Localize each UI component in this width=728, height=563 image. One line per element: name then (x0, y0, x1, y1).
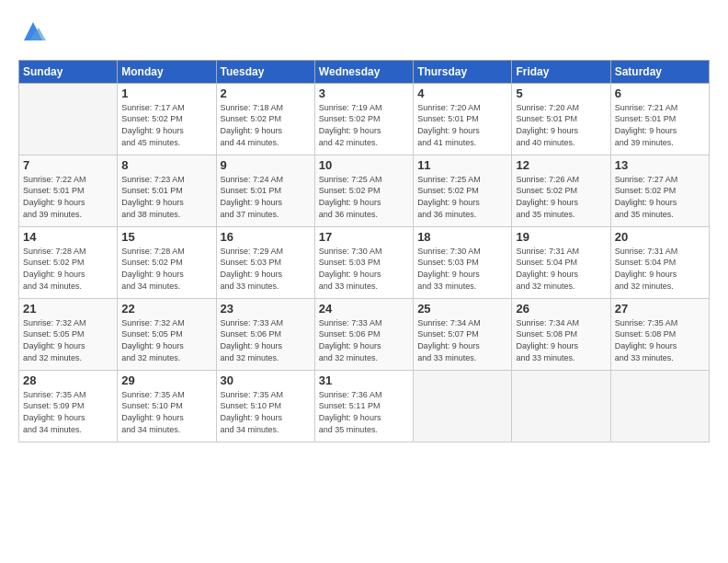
calendar-week-row: 21Sunrise: 7:32 AM Sunset: 5:05 PM Dayli… (19, 298, 710, 370)
calendar-cell: 14Sunrise: 7:28 AM Sunset: 5:02 PM Dayli… (19, 226, 118, 298)
day-number: 12 (516, 158, 606, 172)
calendar-cell: 29Sunrise: 7:35 AM Sunset: 5:10 PM Dayli… (118, 370, 216, 442)
day-info: Sunrise: 7:33 AM Sunset: 5:06 PM Dayligh… (319, 317, 409, 363)
day-info: Sunrise: 7:21 AM Sunset: 5:01 PM Dayligh… (615, 102, 705, 148)
calendar-cell: 28Sunrise: 7:35 AM Sunset: 5:09 PM Dayli… (19, 370, 118, 442)
calendar-cell (512, 370, 610, 442)
page-header (18, 18, 710, 49)
day-number: 2 (221, 86, 311, 100)
day-number: 31 (319, 373, 409, 387)
weekday-header: Tuesday (216, 60, 314, 83)
calendar-cell: 9Sunrise: 7:24 AM Sunset: 5:01 PM Daylig… (216, 155, 314, 226)
calendar-cell (414, 370, 512, 442)
calendar-cell: 8Sunrise: 7:23 AM Sunset: 5:01 PM Daylig… (118, 155, 216, 226)
calendar-cell: 26Sunrise: 7:34 AM Sunset: 5:08 PM Dayli… (512, 298, 610, 370)
day-number: 1 (121, 86, 211, 100)
day-info: Sunrise: 7:36 AM Sunset: 5:11 PM Dayligh… (319, 389, 409, 435)
day-info: Sunrise: 7:35 AM Sunset: 5:10 PM Dayligh… (221, 389, 311, 435)
weekday-header: Thursday (414, 60, 512, 83)
day-number: 3 (319, 86, 409, 100)
day-info: Sunrise: 7:28 AM Sunset: 5:02 PM Dayligh… (23, 246, 113, 292)
calendar-cell: 21Sunrise: 7:32 AM Sunset: 5:05 PM Dayli… (19, 298, 118, 370)
day-number: 9 (221, 158, 311, 172)
day-number: 23 (221, 302, 311, 316)
day-info: Sunrise: 7:34 AM Sunset: 5:07 PM Dayligh… (417, 317, 507, 363)
calendar-cell: 22Sunrise: 7:32 AM Sunset: 5:05 PM Dayli… (118, 298, 216, 370)
day-info: Sunrise: 7:35 AM Sunset: 5:08 PM Dayligh… (615, 317, 705, 363)
weekday-header: Wednesday (314, 60, 413, 83)
day-number: 21 (23, 302, 113, 316)
day-info: Sunrise: 7:26 AM Sunset: 5:02 PM Dayligh… (516, 174, 606, 220)
calendar-cell: 6Sunrise: 7:21 AM Sunset: 5:01 PM Daylig… (610, 83, 709, 155)
day-info: Sunrise: 7:17 AM Sunset: 5:02 PM Dayligh… (121, 102, 211, 148)
day-info: Sunrise: 7:20 AM Sunset: 5:01 PM Dayligh… (516, 102, 606, 148)
calendar-cell: 17Sunrise: 7:30 AM Sunset: 5:03 PM Dayli… (314, 226, 413, 298)
logo-text (18, 18, 46, 49)
day-info: Sunrise: 7:35 AM Sunset: 5:09 PM Dayligh… (23, 389, 113, 435)
day-info: Sunrise: 7:35 AM Sunset: 5:10 PM Dayligh… (121, 389, 211, 435)
day-info: Sunrise: 7:18 AM Sunset: 5:02 PM Dayligh… (221, 102, 311, 148)
day-number: 7 (23, 158, 113, 172)
day-info: Sunrise: 7:20 AM Sunset: 5:01 PM Dayligh… (417, 102, 507, 148)
calendar-cell: 12Sunrise: 7:26 AM Sunset: 5:02 PM Dayli… (512, 155, 610, 226)
page-container: SundayMondayTuesdayWednesdayThursdayFrid… (0, 0, 728, 452)
weekday-header: Monday (118, 60, 216, 83)
day-info: Sunrise: 7:28 AM Sunset: 5:02 PM Dayligh… (121, 246, 211, 292)
calendar-cell: 3Sunrise: 7:19 AM Sunset: 5:02 PM Daylig… (314, 83, 413, 155)
day-info: Sunrise: 7:25 AM Sunset: 5:02 PM Dayligh… (417, 174, 507, 220)
calendar-body: 1Sunrise: 7:17 AM Sunset: 5:02 PM Daylig… (19, 83, 710, 442)
calendar-cell: 11Sunrise: 7:25 AM Sunset: 5:02 PM Dayli… (414, 155, 512, 226)
calendar-week-row: 28Sunrise: 7:35 AM Sunset: 5:09 PM Dayli… (19, 370, 710, 442)
day-info: Sunrise: 7:27 AM Sunset: 5:02 PM Dayligh… (615, 174, 705, 220)
day-info: Sunrise: 7:33 AM Sunset: 5:06 PM Dayligh… (221, 317, 311, 363)
day-number: 27 (615, 302, 705, 316)
day-number: 24 (319, 302, 409, 316)
day-number: 22 (121, 302, 211, 316)
day-number: 13 (615, 158, 705, 172)
weekday-header: Sunday (19, 60, 118, 83)
day-info: Sunrise: 7:32 AM Sunset: 5:05 PM Dayligh… (23, 317, 113, 363)
logo-icon (20, 18, 46, 44)
day-info: Sunrise: 7:19 AM Sunset: 5:02 PM Dayligh… (319, 102, 409, 148)
day-number: 14 (23, 230, 113, 244)
calendar-header-row: SundayMondayTuesdayWednesdayThursdayFrid… (19, 60, 710, 83)
calendar-cell: 4Sunrise: 7:20 AM Sunset: 5:01 PM Daylig… (414, 83, 512, 155)
calendar-cell: 31Sunrise: 7:36 AM Sunset: 5:11 PM Dayli… (314, 370, 413, 442)
day-number: 19 (516, 230, 606, 244)
day-info: Sunrise: 7:31 AM Sunset: 5:04 PM Dayligh… (615, 246, 705, 292)
logo (18, 18, 46, 49)
calendar-cell: 23Sunrise: 7:33 AM Sunset: 5:06 PM Dayli… (216, 298, 314, 370)
calendar-cell: 20Sunrise: 7:31 AM Sunset: 5:04 PM Dayli… (610, 226, 709, 298)
calendar-cell: 19Sunrise: 7:31 AM Sunset: 5:04 PM Dayli… (512, 226, 610, 298)
calendar-cell: 1Sunrise: 7:17 AM Sunset: 5:02 PM Daylig… (118, 83, 216, 155)
day-info: Sunrise: 7:30 AM Sunset: 5:03 PM Dayligh… (319, 246, 409, 292)
calendar-cell: 15Sunrise: 7:28 AM Sunset: 5:02 PM Dayli… (118, 226, 216, 298)
day-info: Sunrise: 7:25 AM Sunset: 5:02 PM Dayligh… (319, 174, 409, 220)
weekday-header: Saturday (610, 60, 709, 83)
day-info: Sunrise: 7:34 AM Sunset: 5:08 PM Dayligh… (516, 317, 606, 363)
day-number: 30 (221, 373, 311, 387)
day-number: 8 (121, 158, 211, 172)
calendar-week-row: 14Sunrise: 7:28 AM Sunset: 5:02 PM Dayli… (19, 226, 710, 298)
day-number: 16 (221, 230, 311, 244)
day-number: 10 (319, 158, 409, 172)
day-info: Sunrise: 7:29 AM Sunset: 5:03 PM Dayligh… (221, 246, 311, 292)
day-number: 5 (516, 86, 606, 100)
calendar-cell: 10Sunrise: 7:25 AM Sunset: 5:02 PM Dayli… (314, 155, 413, 226)
weekday-header: Friday (512, 60, 610, 83)
calendar-cell: 2Sunrise: 7:18 AM Sunset: 5:02 PM Daylig… (216, 83, 314, 155)
day-number: 11 (417, 158, 507, 172)
day-number: 18 (417, 230, 507, 244)
calendar-table: SundayMondayTuesdayWednesdayThursdayFrid… (18, 60, 710, 442)
day-number: 17 (319, 230, 409, 244)
day-info: Sunrise: 7:22 AM Sunset: 5:01 PM Dayligh… (23, 174, 113, 220)
calendar-cell: 24Sunrise: 7:33 AM Sunset: 5:06 PM Dayli… (314, 298, 413, 370)
day-info: Sunrise: 7:32 AM Sunset: 5:05 PM Dayligh… (121, 317, 211, 363)
calendar-cell: 18Sunrise: 7:30 AM Sunset: 5:03 PM Dayli… (414, 226, 512, 298)
day-number: 29 (121, 373, 211, 387)
calendar-cell: 30Sunrise: 7:35 AM Sunset: 5:10 PM Dayli… (216, 370, 314, 442)
calendar-cell: 13Sunrise: 7:27 AM Sunset: 5:02 PM Dayli… (610, 155, 709, 226)
day-number: 25 (417, 302, 507, 316)
calendar-cell: 16Sunrise: 7:29 AM Sunset: 5:03 PM Dayli… (216, 226, 314, 298)
calendar-cell: 27Sunrise: 7:35 AM Sunset: 5:08 PM Dayli… (610, 298, 709, 370)
